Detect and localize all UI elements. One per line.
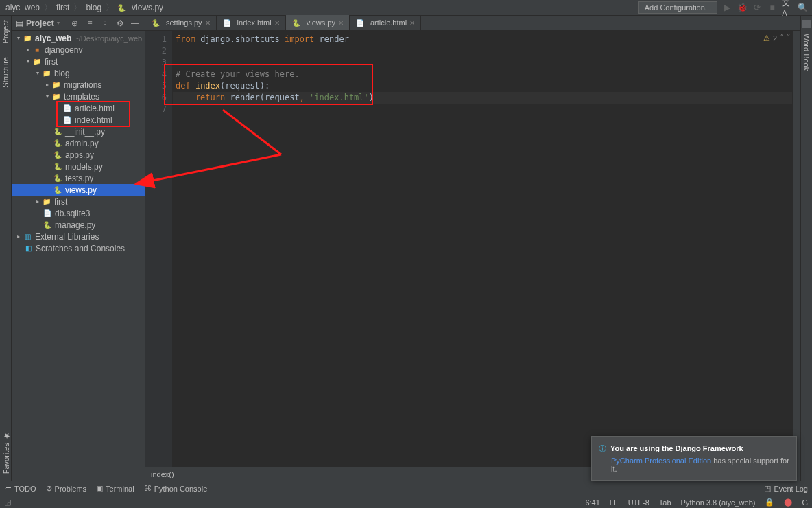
tree-apps[interactable]: 🐍apps.py bbox=[12, 149, 145, 161]
debug-icon[interactable]: 🐞 bbox=[737, 2, 748, 13]
breadcrumb-file[interactable]: views.py bbox=[130, 3, 165, 12]
project-tool-tab[interactable]: Project bbox=[1, 20, 10, 43]
project-view-icon[interactable]: ▤ bbox=[16, 19, 23, 28]
structure-tool-tab[interactable]: Structure bbox=[1, 57, 10, 88]
lock-icon[interactable]: 🔒 bbox=[765, 498, 774, 507]
project-panel: ▤ Project ▾ ⊕ ≡ ÷ ⚙ — ▾📁aiyc_web~/Deskto… bbox=[12, 16, 145, 481]
interpreter[interactable]: Python 3.8 (aiyc_web) bbox=[681, 498, 756, 507]
db-tool-icon[interactable] bbox=[802, 20, 811, 28]
event-log[interactable]: ◳Event Log bbox=[764, 484, 808, 493]
panel-title: Project bbox=[26, 19, 54, 28]
tree-templates[interactable]: ▾📁templates bbox=[12, 91, 145, 102]
django-framework-popup[interactable]: ⓘYou are using the Django Framework PyCh… bbox=[591, 436, 797, 481]
close-icon[interactable]: ✕ bbox=[338, 19, 344, 27]
html-file-icon: 📄 bbox=[62, 115, 72, 125]
pycharm-pro-link[interactable]: PyCharm Professional Edition bbox=[611, 457, 711, 465]
breadcrumb-root[interactable]: aiyc_web bbox=[4, 3, 41, 12]
tree-external-libs[interactable]: ▸▥External Libraries bbox=[12, 231, 145, 242]
python-file-icon: 🐍 bbox=[53, 150, 62, 160]
marker-strip[interactable] bbox=[792, 31, 800, 467]
tree-tests[interactable]: 🐍tests.py bbox=[12, 172, 145, 184]
hide-icon[interactable]: — bbox=[130, 18, 141, 29]
gutter[interactable]: 1234567 bbox=[145, 31, 173, 467]
encoding[interactable]: UTF-8 bbox=[628, 498, 649, 507]
html-file-icon: 📄 bbox=[62, 104, 72, 113]
tab-settings[interactable]: 🐍settings.py✕ bbox=[145, 15, 217, 30]
python-file-icon: 🐍 bbox=[117, 3, 126, 12]
tree-article-html[interactable]: 📄article.html bbox=[12, 102, 145, 114]
close-icon[interactable]: ✕ bbox=[274, 19, 280, 27]
navbar: aiyc_web 〉 first 〉 blog 〉 🐍 views.py Add… bbox=[0, 0, 812, 16]
breadcrumb-blog[interactable]: blog bbox=[84, 3, 103, 12]
tree-blog[interactable]: ▾📁blog bbox=[12, 67, 145, 79]
right-tool-rail: Word Book bbox=[800, 16, 812, 481]
chevron-right-icon: 〉 bbox=[72, 2, 83, 14]
python-file-icon: 🐍 bbox=[151, 18, 160, 27]
html-file-icon: 📄 bbox=[222, 18, 232, 27]
database-file-icon: 📄 bbox=[43, 209, 52, 218]
todo-tool[interactable]: ≔TODO bbox=[4, 484, 36, 493]
favorites-tool-tab[interactable]: Favorites ★ bbox=[1, 431, 10, 474]
list-icon: ≔ bbox=[4, 484, 12, 493]
tree-db[interactable]: 📄db.sqlite3 bbox=[12, 207, 145, 219]
tree-scratches[interactable]: ◧Scratches and Consoles bbox=[12, 242, 145, 254]
breadcrumb[interactable]: aiyc_web 〉 first 〉 blog 〉 🐍 views.py bbox=[4, 2, 165, 14]
tab-index[interactable]: 📄index.html✕ bbox=[217, 15, 286, 30]
close-icon[interactable]: ✕ bbox=[205, 19, 211, 27]
tree-views[interactable]: 🐍views.py bbox=[12, 184, 145, 196]
translate-status-icon[interactable]: ⬤ bbox=[784, 498, 792, 507]
chevron-right-icon: 〉 bbox=[43, 2, 53, 14]
stop-icon[interactable]: ■ bbox=[767, 2, 778, 13]
close-icon[interactable]: ✕ bbox=[409, 19, 415, 27]
editor-tabs: 🐍settings.py✕ 📄index.html✕ 🐍views.py✕ 📄a… bbox=[145, 16, 800, 31]
tree-admin[interactable]: 🐍admin.py bbox=[12, 137, 145, 149]
python-file-icon: 🐍 bbox=[53, 139, 62, 148]
chevron-right-icon: 〉 bbox=[104, 2, 115, 14]
tree-root[interactable]: ▾📁aiyc_web~/Desktop/aiyc_web bbox=[12, 32, 145, 44]
tree-models[interactable]: 🐍models.py bbox=[12, 161, 145, 172]
locate-icon[interactable]: ⊕ bbox=[69, 18, 80, 29]
folder-icon: 📁 bbox=[32, 57, 42, 67]
translate-icon[interactable]: 文A bbox=[782, 2, 793, 13]
tree-index-html[interactable]: 📄index.html bbox=[12, 114, 145, 126]
google-icon[interactable]: G bbox=[802, 498, 808, 507]
breadcrumb-first[interactable]: first bbox=[55, 3, 71, 12]
tool-windows-toggle-icon[interactable]: ◲ bbox=[4, 498, 11, 507]
python-console-tool[interactable]: ⌘Python Console bbox=[144, 484, 208, 493]
editor-body[interactable]: 1234567 from django.shortcuts import ren… bbox=[145, 31, 800, 467]
run-icon[interactable]: ▶ bbox=[721, 2, 732, 13]
python-file-icon: 🐍 bbox=[291, 18, 301, 27]
tab-article[interactable]: 📄article.html✕ bbox=[350, 15, 421, 30]
terminal-tool[interactable]: ▣Terminal bbox=[96, 484, 134, 493]
libraries-icon: ▥ bbox=[23, 232, 32, 242]
indent[interactable]: Tab bbox=[659, 498, 671, 507]
search-icon[interactable]: 🔍 bbox=[797, 2, 808, 13]
html-file-icon: 📄 bbox=[355, 18, 365, 27]
gear-icon[interactable]: ⚙ bbox=[115, 18, 126, 29]
expand-all-icon[interactable]: ≡ bbox=[84, 18, 95, 29]
coverage-icon[interactable]: ⟳ bbox=[752, 2, 763, 13]
python-file-icon: 🐍 bbox=[53, 127, 62, 137]
info-icon: ⓘ bbox=[599, 444, 606, 452]
project-tree[interactable]: ▾📁aiyc_web~/Desktop/aiyc_web ▸■djangoenv… bbox=[12, 31, 145, 481]
python-file-icon: 🐍 bbox=[53, 162, 62, 172]
caret-position[interactable]: 6:41 bbox=[585, 498, 599, 507]
collapse-all-icon[interactable]: ÷ bbox=[99, 18, 110, 29]
folder-icon: ■ bbox=[32, 45, 42, 55]
problems-tool[interactable]: ⊘Problems bbox=[46, 484, 86, 493]
add-configuration-button[interactable]: Add Configuration... bbox=[638, 1, 717, 14]
tab-views[interactable]: 🐍views.py✕ bbox=[286, 15, 350, 30]
folder-icon: 📁 bbox=[42, 197, 51, 207]
tree-first[interactable]: ▾📁first bbox=[12, 56, 145, 67]
project-panel-header: ▤ Project ▾ ⊕ ≡ ÷ ⚙ — bbox=[12, 16, 145, 31]
tree-first-inner[interactable]: ▸📁first bbox=[12, 196, 145, 207]
tree-init[interactable]: 🐍__init__.py bbox=[12, 126, 145, 137]
line-ending[interactable]: LF bbox=[610, 498, 619, 507]
wordbook-tool-tab[interactable]: Word Book bbox=[802, 34, 811, 71]
python-file-icon: 🐍 bbox=[53, 185, 62, 195]
python-file-icon: 🐍 bbox=[43, 220, 52, 230]
code[interactable]: from django.shortcuts import render # Cr… bbox=[173, 31, 792, 467]
tree-migrations[interactable]: ▸📁migrations bbox=[12, 79, 145, 91]
tree-manage[interactable]: 🐍manage.py bbox=[12, 219, 145, 231]
tree-djangoenv[interactable]: ▸■djangoenv bbox=[12, 44, 145, 56]
